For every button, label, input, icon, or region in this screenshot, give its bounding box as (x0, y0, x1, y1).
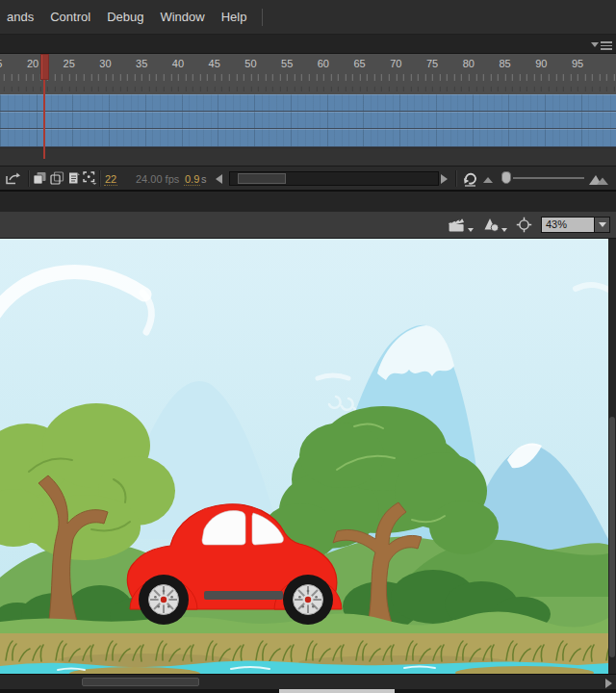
bottom-edge-strip (0, 689, 616, 693)
timeline-ruler[interactable]: 1520253035404550556065707580859095 (0, 54, 616, 94)
timeline-panel-header (0, 35, 616, 54)
ruler-frame-label: 40 (172, 58, 184, 69)
ruler-frame-label: 25 (64, 58, 75, 69)
caret-down-icon (599, 222, 606, 227)
menu-bar: andsControlDebugWindowHelp (0, 0, 616, 35)
playhead-line (43, 80, 45, 159)
edit-symbols-icon[interactable] (482, 217, 507, 233)
menu-separator (262, 9, 263, 26)
timeline-empty-area (0, 147, 616, 166)
ruler-frame-label: 15 (0, 58, 2, 69)
triangle-up-icon[interactable] (483, 177, 493, 183)
menu-item-debug[interactable]: Debug (100, 0, 150, 34)
layer-frames-row[interactable] (0, 129, 616, 146)
ruler-ticks (0, 74, 616, 81)
stage-zoom-combo[interactable]: 43% (541, 217, 610, 233)
ruler-frame-label: 50 (244, 58, 256, 69)
car-rear-wheel (139, 575, 189, 625)
car-sill (204, 591, 283, 600)
horizontal-scroll-right-arrow[interactable] (605, 679, 612, 688)
ruler-frame-label: 45 (209, 58, 220, 69)
onion-skin-icon[interactable] (33, 171, 47, 189)
stage-zoom-dropdown-button[interactable] (595, 217, 610, 233)
ruler-frame-label: 35 (136, 58, 147, 69)
elapsed-time-field[interactable]: 0.9 (184, 173, 200, 186)
taskbar-peek (279, 689, 395, 693)
ruler-frame-label: 20 (27, 58, 38, 69)
menu-item-help[interactable]: Help (215, 0, 254, 34)
large-frame-size-icon[interactable] (588, 172, 609, 190)
ruler-frame-label: 55 (281, 58, 293, 69)
menu-bar-items: andsControlDebugWindowHelp (0, 0, 256, 34)
menu-item-control[interactable]: Control (43, 0, 97, 34)
ruler-frame-label: 70 (390, 58, 401, 69)
stage-zoom-value[interactable]: 43% (541, 217, 595, 233)
layer-frames-row[interactable] (0, 94, 616, 111)
stage-canvas[interactable] (0, 239, 608, 674)
modify-markers-icon[interactable] (83, 171, 97, 189)
playhead-handle[interactable] (40, 54, 49, 80)
frame-size-slider-track (513, 177, 584, 179)
frame-size-slider[interactable] (501, 171, 511, 184)
timeline-frames-area[interactable] (0, 94, 616, 147)
stage-vertical-scrollbar[interactable] (608, 239, 616, 674)
frame-scrollbar-thumb[interactable] (238, 173, 286, 184)
caret-down-icon (468, 228, 474, 232)
onion-skin-outlines-icon[interactable] (50, 171, 64, 189)
frame-rate-field[interactable]: 24.00 fps (136, 173, 179, 185)
layer-frames-row[interactable] (0, 112, 616, 128)
horizontal-scrollbar-thumb[interactable] (82, 678, 199, 686)
edit-scene-icon[interactable] (447, 217, 474, 233)
ruler-frame-label: 30 (99, 58, 111, 69)
panel-divider (0, 191, 616, 212)
ruler-frame-label: 85 (499, 58, 510, 69)
ruler-frame-label: 75 (426, 58, 438, 69)
elapsed-time-unit: s (201, 173, 207, 185)
menu-item-window[interactable]: Window (153, 0, 211, 34)
edit-multiple-frames-icon[interactable] (67, 171, 81, 189)
stage-horizontal-scrollbar[interactable] (0, 674, 616, 689)
ruler-frame-label: 90 (535, 58, 547, 69)
ruler-subticks (0, 87, 616, 91)
ruler-frame-label: 65 (353, 58, 365, 69)
stage-edit-bar: 43% (0, 212, 616, 239)
menu-item-ands[interactable]: ands (0, 0, 40, 34)
ruler-frame-label: 95 (572, 58, 583, 69)
vertical-scrollbar-thumb[interactable] (609, 417, 615, 657)
caret-down-icon (501, 228, 507, 232)
center-stage-icon[interactable] (516, 217, 532, 233)
ruler-frame-label: 80 (463, 58, 475, 69)
timeline-toolbar: 22 24.00 fps 0.9 s (0, 166, 616, 191)
frame-scroll-left-arrow[interactable] (216, 174, 222, 184)
frame-scrollbar[interactable] (229, 171, 439, 186)
scene (0, 239, 608, 674)
current-frame-field[interactable]: 22 (104, 173, 117, 186)
car-front-wheel (283, 575, 333, 625)
panel-menu-icon[interactable] (591, 39, 612, 50)
loop-playback-icon[interactable] (461, 170, 478, 191)
arrow-out-icon[interactable] (5, 171, 21, 190)
frame-scroll-right-arrow[interactable] (441, 174, 448, 184)
ruler-frame-label: 60 (318, 58, 329, 69)
